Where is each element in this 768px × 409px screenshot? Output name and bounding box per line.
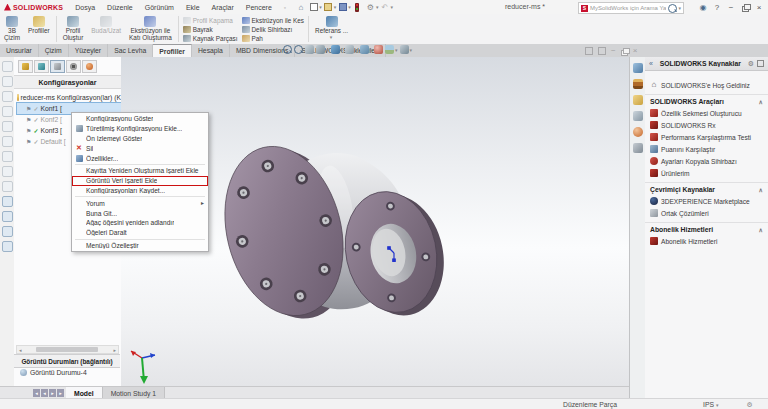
menu-item-comment[interactable]: Yorum► <box>72 198 208 208</box>
menu-araclar[interactable]: Araçlar <box>206 4 240 11</box>
weldment-profiles-button[interactable]: Profiller <box>24 14 54 44</box>
reference-geometry-button[interactable]: Referans ... ▾ <box>311 14 352 44</box>
doc-window-icon-2[interactable] <box>598 47 606 55</box>
units-selector[interactable]: IPS <box>703 401 714 408</box>
zoom-to-area-icon[interactable] <box>294 45 303 54</box>
configuration-manager-tab[interactable] <box>50 60 65 73</box>
previous-view-icon[interactable] <box>305 45 314 54</box>
pane-options-gear-icon[interactable]: ⚙ <box>748 60 754 68</box>
rebuild-traffic-light-icon[interactable] <box>352 2 363 12</box>
hide-show-items-icon[interactable] <box>360 45 369 54</box>
link-property-tab-builder[interactable]: Özellik Sekmesi Oluşturucu <box>645 107 768 119</box>
section-solidworks-tools[interactable]: SOLIDWORKS Araçları ∧ <box>645 94 768 107</box>
menu-ekle[interactable]: Ekle <box>180 4 206 11</box>
save-icon[interactable] <box>337 2 348 12</box>
link-solidworks-rx[interactable]: SOLIDWORKS Rx <box>645 119 768 131</box>
collapse-section-icon[interactable]: ∧ <box>759 186 763 193</box>
solidworks-resources-tab-icon[interactable] <box>633 63 643 73</box>
menu-gorunum[interactable]: Görünüm <box>139 4 180 11</box>
gusset-button[interactable]: Bayrak <box>183 25 238 33</box>
left-strip-icon[interactable] <box>2 196 13 207</box>
restore-button[interactable] <box>738 1 752 13</box>
tab-sac-levha[interactable]: Sac Levha <box>108 44 153 57</box>
link-compare-score[interactable]: Puanını Karşılaştır <box>645 143 768 155</box>
left-strip-icon[interactable] <box>2 211 13 222</box>
menu-item-rename-tree-item[interactable]: Ağaç öğesini yeniden adlandır <box>72 218 208 228</box>
welcome-link[interactable]: ⌂ SOLIDWORKS'e Hoş Geldiniz <box>645 79 768 91</box>
file-explorer-tab-icon[interactable] <box>633 95 643 105</box>
left-strip-icon[interactable] <box>2 241 13 252</box>
left-strip-icon[interactable] <box>2 121 13 132</box>
left-strip-icon[interactable] <box>2 151 13 162</box>
menu-item-collapse-items[interactable]: Öğeleri Daralt <box>72 228 208 238</box>
left-strip-icon[interactable] <box>2 106 13 117</box>
weld-bead-button[interactable]: Kaynak Parçası <box>183 34 238 42</box>
left-strip-icon[interactable] <box>2 166 13 177</box>
collapse-pane-icon[interactable]: « <box>649 60 653 67</box>
left-strip-icon[interactable] <box>2 91 13 102</box>
menu-item-properties[interactable]: Özellikler... <box>72 153 208 163</box>
search-icon[interactable] <box>668 4 677 13</box>
menu-item-add-display-data-mark[interactable]: Görüntü Veri İşareti Ekle <box>72 176 208 186</box>
pin-pane-icon[interactable] <box>757 60 764 67</box>
extruded-cut-button[interactable]: Ekstrüzyon ile Kes <box>242 16 305 24</box>
menu-item-save-configurations[interactable]: Konfigürasyonları Kaydet... <box>72 186 208 196</box>
menu-item-go-to[interactable]: Buna Git... <box>72 208 208 218</box>
apply-scene-icon[interactable] <box>385 45 394 54</box>
scroll-left-icon[interactable]: ◂ <box>17 347 24 353</box>
panel-horizontal-scrollbar[interactable]: ◂ ▸ <box>16 345 119 354</box>
zoom-to-fit-icon[interactable] <box>283 45 292 54</box>
scroll-first-icon[interactable]: ◂ <box>33 389 40 397</box>
custom-properties-tab-icon[interactable] <box>633 143 643 153</box>
help-icon[interactable]: ? <box>710 1 724 13</box>
collapse-section-icon[interactable]: ∧ <box>759 226 763 233</box>
left-strip-icon[interactable] <box>2 61 13 72</box>
menu-item-show-configuration[interactable]: Konfigürasyonu Göster <box>72 114 208 124</box>
scroll-next-icon[interactable]: ▸ <box>49 389 56 397</box>
left-strip-icon[interactable] <box>2 76 13 87</box>
menu-dosya[interactable]: Dosya <box>69 4 101 11</box>
doc-window-icon[interactable] <box>585 47 593 55</box>
scroll-prev-icon[interactable]: ◂ <box>41 389 48 397</box>
open-document-icon[interactable] <box>323 2 334 12</box>
close-button[interactable]: × <box>752 1 766 13</box>
doc-close-icon[interactable]: × <box>633 46 638 55</box>
dimxpert-manager-tab[interactable] <box>66 60 81 73</box>
options-gear-icon[interactable]: ⚙ <box>365 2 376 12</box>
menu-item-add-rebuild-on-save-mark[interactable]: Kayıtta Yeniden Oluşturma İşareti Ekle <box>72 166 208 176</box>
new-document-icon[interactable] <box>308 2 319 12</box>
doc-restore-icon[interactable] <box>621 48 628 54</box>
3d-sketch-button[interactable]: 3B Çizim <box>0 14 24 44</box>
scroll-last-icon[interactable]: ▸ <box>57 389 64 397</box>
menu-item-add-derived-configuration[interactable]: Türetilmiş Konfigürasyonu Ekle... <box>72 124 208 134</box>
undo-icon[interactable]: ↶ <box>379 2 390 12</box>
units-dropdown-icon[interactable]: ▾ <box>716 402 719 408</box>
menu-duzenle[interactable]: Düzenle <box>101 4 139 11</box>
home-icon[interactable]: ⌂ <box>295 2 306 12</box>
design-library-tab-icon[interactable] <box>633 79 643 89</box>
tab-yuzeyler[interactable]: Yüzeyler <box>69 44 108 57</box>
display-style-icon[interactable] <box>345 45 354 54</box>
trim-extend-button[interactable]: Buda/Uzat <box>87 14 125 44</box>
tab-profiller[interactable]: Profiller <box>153 44 192 57</box>
tab-cizim[interactable]: Çizim <box>39 44 69 57</box>
display-manager-tab[interactable] <box>82 60 97 73</box>
property-manager-tab[interactable] <box>34 60 49 73</box>
left-strip-icon[interactable] <box>2 136 13 147</box>
view-settings-icon[interactable] <box>400 45 409 54</box>
reference-dropdown-icon[interactable]: ▾ <box>330 35 333 40</box>
search-input[interactable]: MySolidWorks için Arama Yap <box>590 5 666 11</box>
link-my-products[interactable]: Ürünlerim <box>645 167 768 179</box>
section-online-resources[interactable]: Çevrimiçi Kaynaklar ∧ <box>645 182 768 195</box>
link-performance-benchmark[interactable]: Performans Karşılaştırma Testi <box>645 131 768 143</box>
tab-unsurlar[interactable]: Unsurlar <box>0 44 39 57</box>
minimize-button[interactable]: − <box>724 1 738 13</box>
search-box[interactable]: S MySolidWorks için Arama Yap ▾ <box>578 2 684 14</box>
menu-pin-icon[interactable]: ◦ <box>278 4 292 11</box>
status-gear-icon[interactable]: ⚙ <box>747 401 753 409</box>
left-strip-icon[interactable] <box>2 181 13 192</box>
scroll-right-icon[interactable]: ▸ <box>111 347 118 353</box>
edit-appearance-icon[interactable] <box>374 45 383 54</box>
menu-item-show-preview[interactable]: Ön İzlemeyi Göster <box>72 134 208 144</box>
link-subscription-services[interactable]: Abonelik Hizmetleri <box>645 235 768 247</box>
